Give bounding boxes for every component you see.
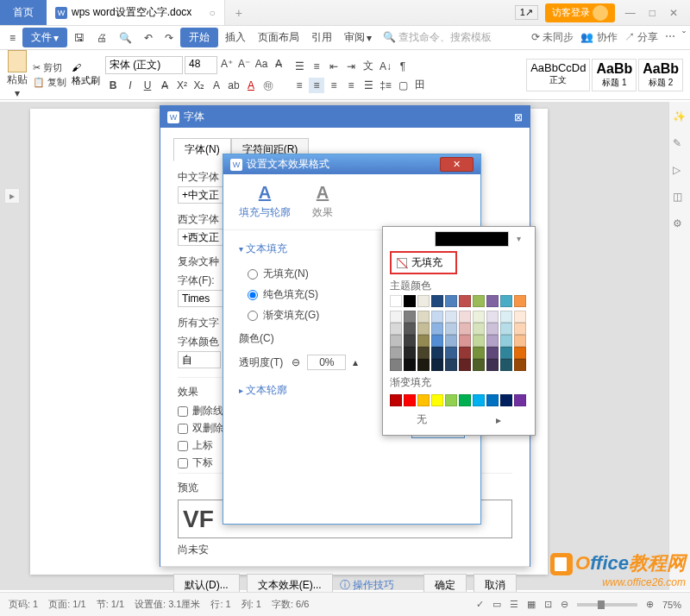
color-swatch[interactable] xyxy=(445,347,457,359)
tab-document[interactable]: W wps word设置空心字.docx ○ xyxy=(47,0,225,25)
font-name-select[interactable]: 宋体 (正文) xyxy=(105,56,183,74)
color-swatch[interactable] xyxy=(486,335,499,347)
color-swatch[interactable] xyxy=(486,295,499,307)
outline-toggle-icon[interactable]: ▸ xyxy=(4,188,20,204)
copy-button[interactable]: 📋 复制 xyxy=(33,76,66,89)
fx-close-button[interactable]: ✕ xyxy=(440,157,474,172)
color-swatch[interactable] xyxy=(500,394,512,406)
color-swatch[interactable] xyxy=(459,311,471,323)
color-swatch[interactable] xyxy=(404,359,416,371)
tab-close-icon[interactable]: ○ xyxy=(209,7,215,19)
distribute-icon[interactable]: ☰ xyxy=(361,78,376,93)
menu-logo-icon[interactable]: ≡ xyxy=(4,29,21,47)
menu-preview-icon[interactable]: 🔍 xyxy=(114,29,137,47)
color-swatch[interactable] xyxy=(431,295,443,307)
sort-icon[interactable]: A↓ xyxy=(378,59,393,74)
sb-view1-icon[interactable]: ▭ xyxy=(492,599,501,610)
color-swatch[interactable] xyxy=(473,335,485,347)
color-swatch[interactable] xyxy=(404,311,416,323)
menu-print-icon[interactable]: 🖨 xyxy=(91,29,112,47)
color-swatch[interactable] xyxy=(431,394,443,406)
underline-icon[interactable]: U xyxy=(140,78,155,93)
share-button[interactable]: ↗ 分享 xyxy=(624,30,658,45)
menu-save-icon[interactable]: 🖫 xyxy=(69,29,90,47)
color-swatch[interactable] xyxy=(431,311,443,323)
collab-button[interactable]: 👥 协作 xyxy=(580,30,617,45)
bold-icon[interactable]: B xyxy=(105,78,121,93)
sidebar-select-icon[interactable]: ▷ xyxy=(673,164,687,178)
bullets-icon[interactable]: ☰ xyxy=(292,59,307,74)
indent-inc-icon[interactable]: ⇥ xyxy=(343,59,359,74)
shrink-font-icon[interactable]: A⁻ xyxy=(236,56,252,72)
sidebar-magic-icon[interactable]: ✨ xyxy=(673,110,687,124)
color-swatch[interactable] xyxy=(445,295,457,307)
color-swatch[interactable] xyxy=(417,335,430,347)
menu-chevron-icon[interactable]: ˇ xyxy=(682,30,686,45)
indent-dec-icon[interactable]: ⇤ xyxy=(326,59,342,74)
search-placeholder[interactable]: 🔍 查找命令、搜索模板 xyxy=(383,30,492,45)
color-swatch[interactable] xyxy=(445,311,457,323)
color-swatch[interactable] xyxy=(404,335,416,347)
color-swatch[interactable] xyxy=(486,347,499,359)
para-mark-icon[interactable]: ¶ xyxy=(395,59,411,74)
style-heading2[interactable]: AaBb标题 2 xyxy=(638,59,683,91)
tab-home[interactable]: 首页 xyxy=(0,0,47,25)
color-swatch[interactable] xyxy=(404,295,416,307)
opacity-value[interactable]: 0% xyxy=(307,355,346,370)
sb-view3-icon[interactable]: ▦ xyxy=(527,599,536,610)
login-button[interactable]: 访客登录 xyxy=(545,3,615,22)
color-swatch[interactable] xyxy=(431,335,443,347)
color-swatch[interactable] xyxy=(486,394,499,406)
numbering-icon[interactable]: ≡ xyxy=(309,59,324,74)
color-swatch[interactable] xyxy=(390,311,402,323)
sb-row[interactable]: 行: 1 xyxy=(210,598,230,611)
font-dialog-close-icon[interactable]: ⊠ xyxy=(514,111,523,123)
superscript-icon[interactable]: X² xyxy=(174,78,190,93)
change-case-icon[interactable]: Aa xyxy=(254,56,269,72)
text-effect-icon[interactable]: A xyxy=(209,78,224,93)
sb-section[interactable]: 节: 1/1 xyxy=(97,598,124,611)
shading-icon[interactable]: ▢ xyxy=(395,78,411,93)
color-swatch[interactable] xyxy=(514,335,526,347)
color-swatch[interactable] xyxy=(390,347,402,359)
color-swatch[interactable] xyxy=(417,359,430,371)
zoom-slider[interactable] xyxy=(577,603,637,607)
color-swatch[interactable] xyxy=(390,323,402,335)
style-normal[interactable]: AaBbCcDd正文 xyxy=(526,59,590,91)
color-swatch[interactable] xyxy=(514,311,526,323)
color-swatch[interactable] xyxy=(445,323,457,335)
align-justify-icon[interactable]: ≡ xyxy=(343,78,359,93)
color-swatch[interactable] xyxy=(390,295,402,307)
color-swatch[interactable] xyxy=(390,335,402,347)
tab-new[interactable]: + xyxy=(225,2,253,24)
close-icon[interactable]: ✕ xyxy=(666,7,681,19)
menu-start[interactable]: 开始 xyxy=(180,28,218,47)
color-swatch[interactable] xyxy=(459,295,471,307)
color-swatch[interactable] xyxy=(390,359,402,371)
color-swatch[interactable] xyxy=(459,394,471,406)
align-right-icon[interactable]: ≡ xyxy=(326,78,342,93)
sb-view2-icon[interactable]: ☰ xyxy=(510,599,518,610)
menu-insert[interactable]: 插入 xyxy=(220,28,251,47)
color-swatch[interactable] xyxy=(404,347,416,359)
font-dialog-titlebar[interactable]: W 字体 ⊠ xyxy=(160,106,530,128)
minimize-icon[interactable]: — xyxy=(622,7,639,19)
color-swatch[interactable] xyxy=(500,311,512,323)
paste-button[interactable]: 粘贴▾ xyxy=(7,50,28,99)
menu-reference[interactable]: 引用 xyxy=(306,28,337,47)
color-swatch[interactable] xyxy=(417,311,430,323)
color-swatch[interactable] xyxy=(473,394,485,406)
font-color-select[interactable] xyxy=(178,351,221,368)
clear-format-icon[interactable]: A̶ xyxy=(271,56,286,72)
color-swatch[interactable] xyxy=(473,359,485,371)
color-swatch[interactable] xyxy=(500,323,512,335)
fx-titlebar[interactable]: W 设置文本效果格式 ✕ xyxy=(223,154,480,174)
color-swatch[interactable] xyxy=(514,295,526,307)
zoom-out-icon[interactable]: ⊖ xyxy=(561,599,568,610)
color-swatch[interactable] xyxy=(417,295,430,307)
help-counter[interactable]: 1↗ xyxy=(515,5,538,20)
highlight-icon[interactable]: ab xyxy=(226,78,242,93)
style-heading1[interactable]: AaBb标题 1 xyxy=(592,59,637,91)
strike-icon[interactable]: A̶ xyxy=(157,78,172,93)
color-swatch[interactable] xyxy=(417,323,430,335)
